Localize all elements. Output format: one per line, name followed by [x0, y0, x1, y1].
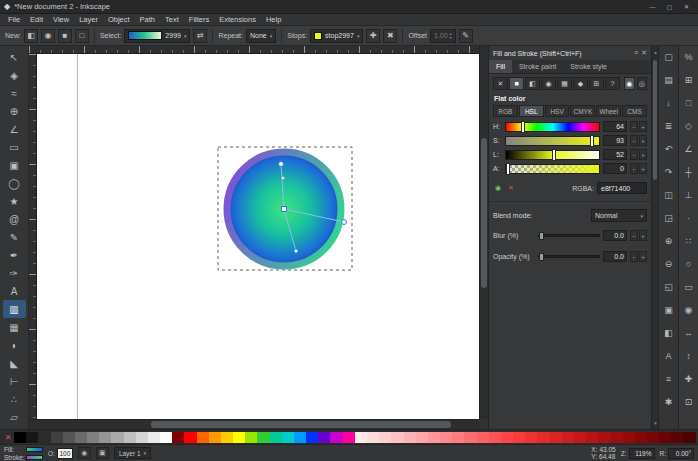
palette-swatch[interactable]	[233, 432, 245, 443]
tool-ellipse[interactable]: ◯	[3, 174, 26, 192]
insert-stop-button[interactable]: ✚	[366, 29, 380, 43]
tab-rgb[interactable]: RGB	[493, 105, 518, 117]
snap-cusp-nodes-icon[interactable]: ·	[681, 210, 697, 226]
opacity-value[interactable]: 0.0	[603, 251, 627, 262]
paint-mode-mesh[interactable]: ⊞	[589, 77, 604, 90]
close-icon[interactable]: ✕	[679, 1, 694, 12]
gradient-radius-handle[interactable]	[342, 220, 347, 225]
palette-swatch[interactable]	[586, 432, 598, 443]
canvas-vertical-scrollbar[interactable]	[479, 46, 488, 419]
palette-swatch[interactable]	[221, 432, 233, 443]
menu-item-object[interactable]: Object	[103, 15, 135, 24]
palette-swatch[interactable]	[647, 432, 659, 443]
radial-gradient-button[interactable]: ◉	[41, 29, 55, 43]
gradient-center-handle[interactable]	[282, 207, 287, 212]
gradient-select-dropdown[interactable]: 2999 ▾	[124, 29, 190, 43]
palette-swatch[interactable]	[671, 432, 683, 443]
tool-3d-box[interactable]: ▣	[3, 156, 26, 174]
palette-swatch[interactable]	[574, 432, 586, 443]
scrollbar-thumb[interactable]	[481, 138, 487, 288]
paint-mode-swatch[interactable]: ◆	[573, 77, 588, 90]
palette-swatch[interactable]	[452, 432, 464, 443]
scrollbar-thumb[interactable]	[151, 421, 451, 428]
palette-swatch[interactable]	[562, 432, 574, 443]
hue-slider[interactable]	[505, 122, 600, 132]
palette-swatch[interactable]	[683, 432, 695, 443]
copy-icon[interactable]: ◫	[661, 187, 677, 203]
snap-paths-icon[interactable]: ┼	[681, 164, 697, 180]
palette-swatch[interactable]	[428, 432, 440, 443]
hue-value[interactable]: 64	[603, 121, 627, 132]
reverse-gradient-button[interactable]: ⇄	[193, 29, 207, 43]
snap-bbox-corners-icon[interactable]: ◇	[681, 118, 697, 134]
remove-color-icon[interactable]: ✕	[506, 183, 516, 193]
alpha-stepper[interactable]: −+	[630, 163, 647, 174]
palette-swatch[interactable]	[14, 432, 26, 443]
palette-swatch[interactable]	[501, 432, 513, 443]
tool-tweak[interactable]: ≈	[3, 84, 26, 102]
snap-smooth-nodes-icon[interactable]: ∷	[681, 233, 697, 249]
lightness-stepper[interactable]: −+	[630, 149, 647, 160]
palette-swatch[interactable]	[63, 432, 75, 443]
tool-pencil[interactable]: ✎	[3, 228, 26, 246]
panel-scrollbar[interactable]: ▴ ▾	[651, 46, 658, 429]
layer-selector[interactable]: Layer 1 ▾	[114, 447, 151, 459]
palette-swatch[interactable]	[464, 432, 476, 443]
palette-swatch[interactable]	[489, 432, 501, 443]
gradient-radius-handle[interactable]	[279, 162, 284, 167]
snap-midpoints-icon[interactable]: ○	[681, 256, 697, 272]
palette-swatch[interactable]	[148, 432, 160, 443]
saturation-stepper[interactable]: −+	[630, 135, 647, 146]
tab-wheel[interactable]: Wheel	[596, 105, 621, 117]
tool-bezier-pen[interactable]: ✒	[3, 246, 26, 264]
palette-swatch[interactable]	[598, 432, 610, 443]
palette-swatch[interactable]	[51, 432, 63, 443]
palette-swatch[interactable]	[282, 432, 294, 443]
tab-cmyk[interactable]: CMYK	[570, 105, 595, 117]
palette-swatch[interactable]	[635, 432, 647, 443]
paint-mode-unknown[interactable]: ?	[605, 77, 620, 90]
new-document-icon[interactable]: ▢	[661, 49, 677, 65]
menu-item-edit[interactable]: Edit	[25, 15, 48, 24]
horizontal-ruler[interactable]	[29, 46, 479, 54]
tab-hsl[interactable]: HSL	[519, 105, 544, 117]
color-picker-icon[interactable]: ◉	[493, 183, 503, 193]
saturation-value[interactable]: 93	[603, 135, 627, 146]
maximize-icon[interactable]: ▢	[662, 1, 677, 12]
menu-item-help[interactable]: Help	[261, 15, 286, 24]
tool-zoom[interactable]: ⊕	[3, 102, 26, 120]
snap-grids-icon[interactable]: ✚	[681, 371, 697, 387]
palette-swatch[interactable]	[26, 432, 38, 443]
tab-fill[interactable]: Fill	[489, 60, 512, 73]
paint-mode-radial-gradient[interactable]: ◉	[541, 77, 556, 90]
vertical-ruler[interactable]	[29, 54, 37, 419]
snap-object-centers-icon[interactable]: ▭	[681, 279, 697, 295]
tool-text[interactable]: A	[3, 282, 26, 300]
palette-swatch[interactable]	[257, 432, 269, 443]
palette-swatch[interactable]	[245, 432, 257, 443]
blur-slider[interactable]	[538, 234, 600, 237]
palette-swatch[interactable]	[404, 432, 416, 443]
snap-path-intersections-icon[interactable]: ⊥	[681, 187, 697, 203]
zoom-out-icon[interactable]: ⊖	[661, 256, 677, 272]
fill-swatch[interactable]	[26, 447, 43, 452]
layers-dialog-icon[interactable]: ≡	[661, 371, 677, 387]
lightness-value[interactable]: 52	[603, 149, 627, 160]
stroke-swatch[interactable]	[26, 455, 43, 460]
tool-spray[interactable]: ∴	[3, 390, 26, 408]
tool-node-editor[interactable]: ◈	[3, 66, 26, 84]
tab-hsv[interactable]: HSV	[545, 105, 570, 117]
panel-menu-icon[interactable]: ≡	[634, 49, 638, 57]
palette-swatch[interactable]	[379, 432, 391, 443]
menu-item-file[interactable]: File	[3, 15, 25, 24]
edit-gradient-button[interactable]: ✎	[459, 29, 473, 43]
blur-value[interactable]: 0.0	[603, 230, 627, 241]
zoom-in-icon[interactable]: ⊕	[661, 233, 677, 249]
palette-swatch[interactable]	[160, 432, 172, 443]
palette-swatch[interactable]	[477, 432, 489, 443]
print-icon[interactable]: ≣	[661, 118, 677, 134]
tool-gradient[interactable]: ▥	[3, 300, 26, 318]
duplicate-icon[interactable]: ◱	[661, 279, 677, 295]
gradient-on-fill-button[interactable]: ■	[58, 29, 72, 43]
palette-swatch[interactable]	[343, 432, 355, 443]
